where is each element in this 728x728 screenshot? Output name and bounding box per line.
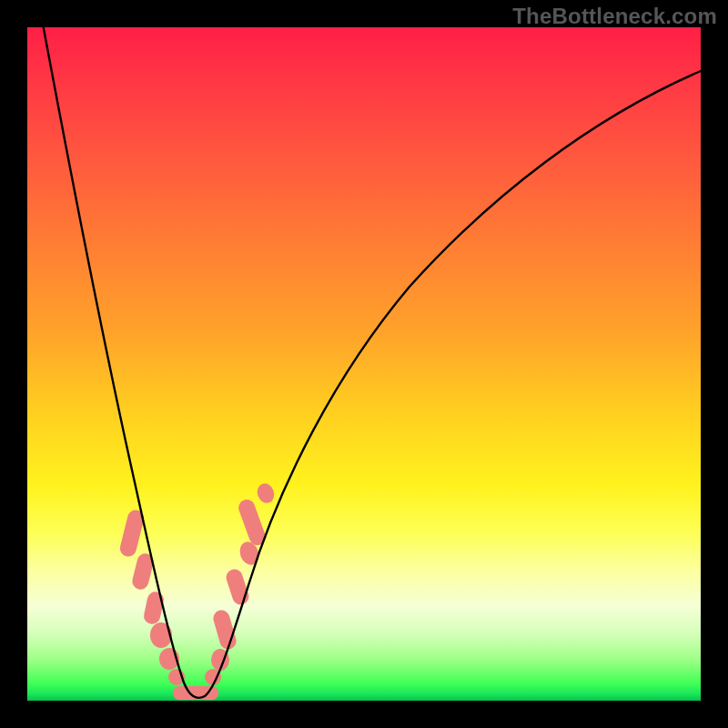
plot-area (27, 27, 701, 701)
chart-frame: TheBottleneck.com (0, 0, 728, 728)
svg-rect-2 (142, 591, 165, 626)
svg-point-13 (255, 481, 277, 506)
marker-group-right (205, 481, 277, 685)
watermark-text: TheBottleneck.com (512, 4, 717, 29)
curve-path (40, 27, 701, 698)
marker-group-left (118, 509, 185, 685)
bottleneck-curve (27, 27, 701, 701)
